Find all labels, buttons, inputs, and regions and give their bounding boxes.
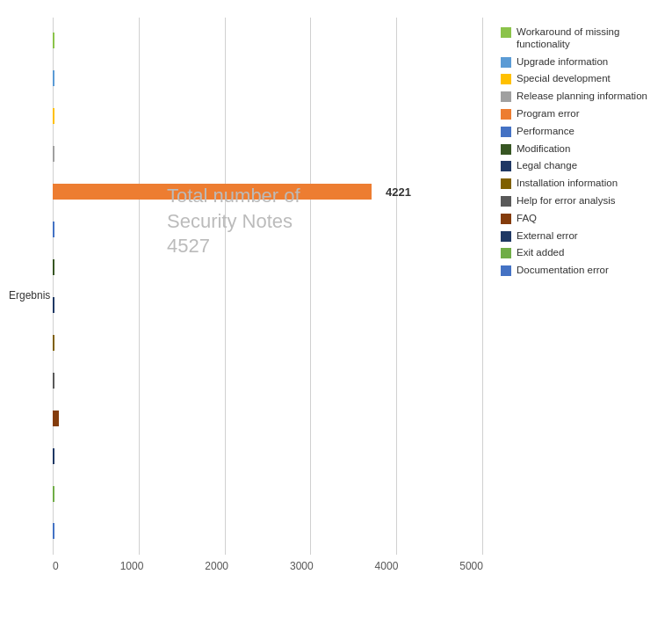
bar-row: [53, 486, 483, 502]
bar-performance: [53, 222, 54, 237]
bar-workaround-of-missing-functionality: [53, 33, 54, 48]
legend-item: External error: [501, 230, 663, 243]
bar-row: [53, 146, 483, 162]
legend-item: Program error: [501, 108, 663, 120]
bar-special-development: [53, 108, 54, 124]
legend-color-box: [501, 27, 511, 38]
x-axis-label: 3000: [290, 560, 314, 572]
legend-item: Performance: [501, 126, 663, 138]
x-axis-label: 1000: [120, 560, 144, 572]
legend-label: Legal change: [517, 160, 577, 172]
legend-color-box: [501, 178, 511, 189]
legend-color-box: [501, 91, 511, 102]
legend-item: Special development: [501, 73, 663, 85]
bar-documentation-error: [53, 523, 54, 539]
legend-label: Help for error analysis: [517, 195, 615, 207]
bar-row: [53, 411, 483, 426]
legend-color-box: [501, 74, 511, 84]
legend-item: Modification: [501, 143, 663, 156]
y-axis-label: Ergebnis: [9, 289, 50, 302]
bar-exit-added: [53, 486, 54, 502]
bar-row: [53, 70, 483, 86]
legend-color-box: [501, 231, 511, 242]
x-axis-label: 5000: [459, 560, 483, 572]
legend-label: Exit added: [517, 247, 564, 259]
bars-wrapper: 4221: [53, 18, 483, 555]
bar-row: [53, 373, 483, 389]
legend-item: Legal change: [501, 160, 663, 172]
legend-item: Exit added: [501, 247, 663, 259]
bar-faq: [53, 411, 59, 426]
bar-upgrade-information: [53, 70, 54, 86]
legend-color-box: [501, 265, 511, 276]
bar-row: [53, 448, 483, 464]
bar-modification: [53, 259, 54, 275]
legend-item: Release planning information: [501, 91, 663, 103]
legend-item: FAQ: [501, 213, 663, 225]
legend-label: Documentation error: [517, 265, 609, 277]
legend-color-box: [501, 214, 511, 224]
bar-row: [53, 523, 483, 539]
x-axis-label: 4000: [375, 560, 399, 572]
bar-row: [53, 259, 483, 275]
bar-program-error: 4221: [53, 184, 372, 200]
bar-installation-information: [53, 335, 54, 351]
legend-color-box: [501, 57, 511, 68]
legend-label: Performance: [517, 126, 574, 138]
bar-external-error: [53, 448, 54, 464]
bar-row: [53, 108, 483, 124]
legend: Workaround of missing functionalityUpgra…: [483, 18, 663, 572]
legend-label: Special development: [517, 73, 611, 85]
x-axis-label: 2000: [205, 560, 228, 572]
chart-area: Ergebnis 4221 Total numbe: [53, 18, 483, 572]
x-axis: 010002000300040005000: [53, 555, 483, 572]
legend-label: External error: [517, 230, 578, 243]
legend-label: Program error: [517, 108, 580, 120]
bar-row: [53, 222, 483, 237]
bar-value-label: 4221: [386, 185, 411, 199]
legend-label: FAQ: [517, 213, 537, 225]
x-axis-label: 0: [53, 560, 59, 572]
legend-item: Help for error analysis: [501, 195, 663, 207]
bar-row: [53, 297, 483, 313]
legend-label: Workaround of missing functionality: [517, 26, 663, 51]
legend-label: Modification: [517, 143, 570, 156]
bar-row: [53, 33, 483, 48]
legend-item: Installation information: [501, 178, 663, 190]
legend-item: Upgrade information: [501, 56, 663, 69]
legend-label: Upgrade information: [517, 56, 608, 69]
bar-row: 4221: [53, 184, 483, 200]
legend-color-box: [501, 109, 511, 120]
legend-color-box: [501, 144, 511, 155]
legend-item: Documentation error: [501, 265, 663, 277]
legend-color-box: [501, 161, 511, 171]
bar-row: [53, 335, 483, 351]
bar-release-planning-information: [53, 146, 54, 162]
legend-label: Installation information: [517, 178, 618, 190]
bar-help-for-error-analysis: [53, 373, 54, 389]
legend-label: Release planning information: [517, 91, 647, 103]
bar-legal-change: [53, 297, 54, 313]
grid-and-bars: Ergebnis 4221 Total numbe: [53, 18, 483, 572]
legend-color-box: [501, 196, 511, 207]
legend-color-box: [501, 127, 511, 137]
legend-color-box: [501, 248, 511, 258]
legend-item: Workaround of missing functionality: [501, 26, 663, 51]
chart-container: Ergebnis 4221 Total numbe: [0, 0, 672, 625]
